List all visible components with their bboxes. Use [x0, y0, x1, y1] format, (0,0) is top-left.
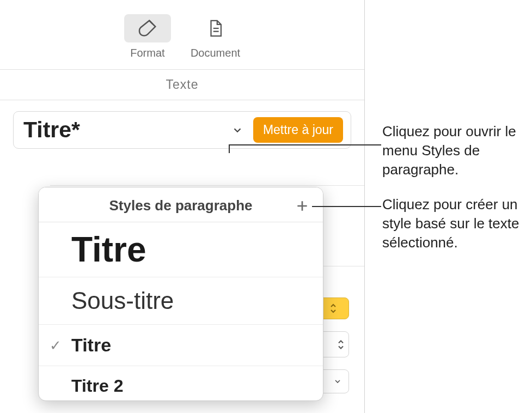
checkmark-icon: ✓ [50, 337, 62, 354]
update-style-button[interactable]: Mettre à jour [253, 117, 343, 143]
add-style-button[interactable] [293, 197, 311, 215]
style-item-sous-titre[interactable]: Sous-titre [39, 277, 323, 325]
toolbar: Format Document [0, 0, 364, 70]
stepper-arrows[interactable] [338, 339, 344, 350]
callout-leader [229, 144, 381, 145]
style-item-label: Titre [71, 335, 111, 355]
callout-leader [312, 206, 381, 207]
popover-header: Styles de paragraphe [39, 187, 323, 222]
section-header-texte: Texte [0, 70, 364, 100]
popover-title: Styles de paragraphe [51, 197, 311, 214]
style-item-label: Titre 2 [71, 376, 123, 396]
paragraph-styles-popover: Styles de paragraphe Titre Sous-titre ✓ … [38, 187, 323, 401]
chevron-down-icon [333, 377, 342, 386]
style-list: Titre Sous-titre ✓ Titre Titre 2 [39, 222, 323, 400]
document-icon [206, 18, 225, 39]
chevron-up-icon [338, 339, 344, 344]
document-icon-wrap [192, 14, 239, 42]
callout-leader [229, 144, 230, 153]
current-style-name: Titre* [23, 117, 222, 143]
chevron-down-icon [231, 124, 243, 136]
style-item-label: Sous-titre [71, 287, 174, 314]
style-item-label: Titre [71, 230, 146, 269]
style-item-titre[interactable]: Titre [39, 222, 323, 277]
format-icon-wrap [124, 14, 171, 42]
chevron-down-icon [338, 345, 344, 350]
format-tab[interactable]: Format [124, 14, 171, 59]
divider [50, 185, 364, 186]
callout-open-menu: Cliquez pour ouvrir le menu Styles de pa… [382, 122, 529, 179]
callout-create-style: Cliquez pour créer un style basé sur le … [382, 195, 529, 252]
plus-icon [295, 199, 309, 213]
chevron-updown-icon [329, 303, 337, 314]
style-dropdown-chevron[interactable] [222, 124, 253, 136]
format-label: Format [130, 47, 164, 59]
paragraph-style-selector[interactable]: Titre* Mettre à jour [13, 111, 351, 149]
document-label: Document [191, 47, 240, 59]
paintbrush-icon [137, 18, 158, 39]
document-tab[interactable]: Document [191, 14, 240, 59]
style-item-titre-selected[interactable]: ✓ Titre [39, 325, 323, 366]
style-item-titre-2[interactable]: Titre 2 [39, 366, 323, 400]
